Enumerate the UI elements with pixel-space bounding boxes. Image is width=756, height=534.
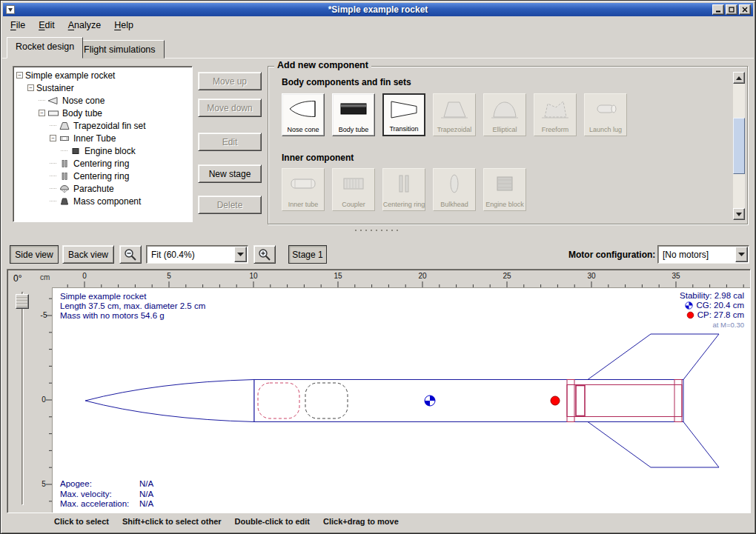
menu-analyze[interactable]: Analyze (62, 18, 107, 33)
engine-block-icon (490, 172, 520, 196)
nose-cone-outline (85, 380, 254, 422)
menu-edit[interactable]: Edit (32, 18, 62, 33)
rotation-slider-track[interactable] (21, 292, 24, 505)
tree-item-mass-component[interactable]: Mass component (14, 195, 192, 207)
svg-text:5: 5 (167, 272, 171, 280)
stage-1-toggle[interactable]: Stage 1 (288, 245, 327, 264)
rocket-drawing[interactable] (53, 288, 751, 513)
new-stage-button[interactable]: New stage (198, 164, 262, 183)
fin-trapezoidal-icon (440, 97, 469, 121)
rocket-info: Simple example rocket Length 37.5 cm, ma… (60, 292, 205, 321)
bulkhead-icon (440, 172, 469, 196)
motor-combo-arrow-icon[interactable] (735, 247, 748, 262)
stability-value: Stability: 2.98 cal (680, 291, 744, 301)
svg-text:0: 0 (82, 272, 87, 280)
motor-configuration-value: [No motors] (658, 250, 735, 260)
add-coupler-button: Coupler (332, 168, 375, 211)
add-bulkhead-button: Bulkhead (433, 168, 476, 211)
add-inner-tube-button: Inner tube (282, 168, 325, 211)
tree-item-centering-ring[interactable]: Centering ring (14, 170, 192, 182)
cg-legend-icon (685, 301, 693, 310)
inner-tube-icon (288, 172, 318, 196)
add-component-title: Add new component (274, 60, 371, 70)
add-launch-lug-button: Launch lug (584, 93, 627, 136)
titlebar[interactable]: *Simple example rocket (3, 3, 753, 16)
add-elliptical-button: Elliptical (483, 93, 526, 136)
close-button[interactable] (739, 4, 751, 15)
motor-configuration-combo[interactable]: [No motors] (657, 245, 749, 264)
tree-item-nose-cone[interactable]: Nose cone (14, 94, 192, 107)
tree-item-body-tube[interactable]: −Body tube (14, 107, 192, 119)
max-velocity-value: N/A (139, 490, 153, 500)
svg-text:15: 15 (334, 272, 342, 280)
edit-button: Edit (198, 133, 262, 151)
component-tree: −Simple example rocket−SustainerNose con… (13, 66, 193, 222)
body-tube-icon (47, 109, 59, 118)
zoom-combo-arrow-icon[interactable] (234, 247, 247, 262)
fin-icon (59, 121, 70, 130)
window-title: *Simple example rocket (3, 4, 753, 15)
rotation-slider-handle[interactable] (16, 294, 29, 309)
nose-cone-icon (47, 96, 59, 105)
tree-item-simple-example-rocket[interactable]: −Simple example rocket (14, 69, 192, 81)
minimize-button[interactable] (712, 4, 724, 15)
add-trapezoidal-button: Trapezoidal (433, 93, 476, 136)
bottom-fin (588, 422, 719, 468)
svg-text:5: 5 (42, 480, 46, 488)
menu-file[interactable]: File (4, 18, 32, 33)
menu-help[interactable]: Help (107, 18, 140, 33)
zoom-out-button[interactable] (119, 245, 142, 264)
maximize-button[interactable] (726, 4, 737, 15)
tree-item-centering-ring[interactable]: Centering ring (14, 157, 192, 170)
add-engine-block-button: Engine block (483, 168, 526, 211)
tab-rocket-design[interactable]: Rocket design (7, 37, 83, 59)
tree-expander-icon[interactable]: − (50, 135, 56, 141)
zoom-in-icon (258, 248, 271, 261)
zoom-value: Fit (60.4%) (147, 250, 234, 260)
zoom-in-button[interactable] (253, 245, 276, 264)
max-acceleration-label: Max. acceleration: (60, 499, 139, 510)
mass-icon (59, 197, 70, 206)
ruler-unit: cm (40, 273, 50, 281)
add-nose-cone-button[interactable]: Nose cone (282, 93, 325, 136)
body-components-label: Body components and fin sets (282, 77, 411, 87)
motor-configuration-label: Motor configuration: (568, 250, 655, 260)
splitter-handle[interactable] (1, 228, 755, 234)
window-icon (5, 5, 15, 15)
parachute-icon (59, 184, 70, 193)
tree-expander-icon[interactable]: − (39, 110, 45, 116)
tree-item-engine-block[interactable]: Engine block (14, 144, 192, 157)
back-view-button[interactable]: Back view (62, 245, 114, 264)
move-up-button: Move up (198, 72, 262, 90)
tree-item-parachute[interactable]: Parachute (14, 182, 192, 195)
svg-text:-5: -5 (41, 311, 47, 319)
tree-connector (50, 201, 56, 201)
scrollbar-thumb[interactable] (733, 118, 745, 174)
tree-expander-icon[interactable]: − (27, 84, 34, 91)
svg-text:10: 10 (249, 272, 258, 280)
body-component-buttons: Nose coneBody tubeTransitionTrapezoidalE… (282, 93, 627, 136)
scroll-up-icon[interactable] (733, 72, 745, 84)
tab-flight-simulations[interactable]: Flight simulations (75, 40, 165, 59)
launch-lug-icon (591, 97, 620, 121)
tree-connector (50, 163, 56, 164)
apogee-label: Apogee: (60, 479, 139, 490)
stability-info: Stability: 2.98 cal CG: 20.4 cm CP: 27.8… (680, 291, 744, 330)
tree-item-sustainer[interactable]: −Sustainer (14, 81, 192, 94)
rocket-body-outline (85, 380, 683, 422)
status-hint: Click+drag to move (323, 517, 399, 526)
tree-expander-icon[interactable]: − (16, 72, 23, 79)
rocket-plot[interactable]: Simple example rocket Length 37.5 cm, ma… (52, 287, 750, 513)
rotation-angle: 0° (13, 273, 21, 284)
component-scrollbar[interactable] (733, 72, 745, 220)
tree-item-trapezoidal-fin-set[interactable]: Trapezoidal fin set (14, 119, 192, 132)
zoom-combo[interactable]: Fit (60.4%) (146, 245, 248, 264)
add-transition-button[interactable]: Transition (382, 93, 425, 136)
add-body-tube-button[interactable]: Body tube (332, 93, 375, 136)
flight-info: Apogee:N/A Max. velocity:N/A Max. accele… (60, 479, 153, 510)
scroll-down-icon[interactable] (733, 208, 745, 220)
cg-value: CG: 20.4 cm (696, 301, 744, 310)
transition-icon (389, 98, 419, 121)
side-view-button[interactable]: Side view (10, 245, 59, 264)
tree-item-inner-tube[interactable]: −Inner Tube (14, 132, 192, 144)
